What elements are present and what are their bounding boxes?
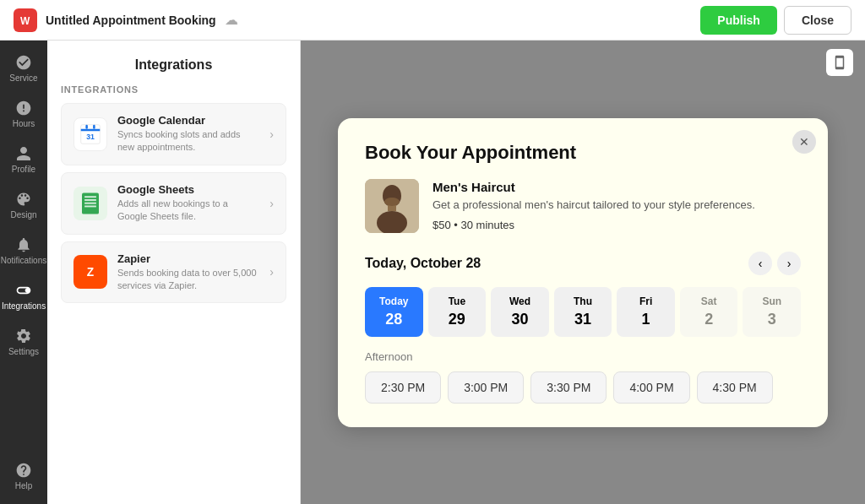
booking-close-button[interactable]: ✕ <box>792 130 816 154</box>
zapier-arrow-icon: › <box>269 265 274 279</box>
sidebar-panel: Integrations INTEGRATIONS 31 Google Cale… <box>47 41 301 504</box>
nav-label-integrations: Integrations <box>2 301 46 311</box>
time-slot-2[interactable]: 3:30 PM <box>530 371 607 404</box>
day-name-fri: Fri <box>639 295 652 307</box>
main-layout: Service Hours Profile Design Notificatio… <box>0 0 865 504</box>
sidebar-item-integrations[interactable]: Integrations <box>3 275 44 317</box>
calendar-nav: ‹ › <box>748 252 801 275</box>
day-cell-tue[interactable]: Tue 29 <box>428 287 487 337</box>
day-num-tue: 29 <box>449 311 465 328</box>
nav-label-profile: Profile <box>12 165 35 174</box>
day-num-thu: 31 <box>574 311 591 328</box>
google-sheets-name: Google Sheets <box>117 183 259 196</box>
svg-rect-3 <box>81 129 101 132</box>
integration-card-zapier[interactable]: Z Zapier Sends booking data to over 5,00… <box>61 241 286 304</box>
svg-text:W: W <box>20 15 30 27</box>
calendar-prev-button[interactable]: ‹ <box>748 252 772 275</box>
topbar-left: W Untitled Appointment Booking ☁ <box>14 8 238 32</box>
google-sheets-info: Google Sheets Adds all new bookings to a… <box>117 183 259 224</box>
calendar-date-label: Today, October 28 <box>365 256 481 271</box>
booking-title: Book Your Appointment <box>365 142 801 164</box>
zapier-name: Zapier <box>117 252 259 265</box>
day-name-wed: Wed <box>509 295 530 307</box>
main-preview: ✕ Book Your Appointment <box>301 41 865 504</box>
nav-label-settings: Settings <box>8 347 39 356</box>
day-cell-wed[interactable]: Wed 30 <box>491 287 549 337</box>
left-nav: Service Hours Profile Design Notificatio… <box>0 41 47 504</box>
calendar-next-button[interactable]: › <box>777 252 801 275</box>
app-logo: W <box>14 8 37 32</box>
time-slot-0[interactable]: 2:30 PM <box>365 371 441 404</box>
time-slot-3[interactable]: 4:00 PM <box>613 371 689 404</box>
nav-label-service: Service <box>9 73 37 83</box>
google-sheets-desc: Adds all new bookings to a Google Sheets… <box>117 198 259 224</box>
google-calendar-desc: Syncs booking slots and adds new appoint… <box>117 128 259 154</box>
sidebar-title: Integrations <box>61 57 286 73</box>
zapier-desc: Sends booking data to over 5,000 service… <box>117 267 259 293</box>
day-num-sat: 2 <box>705 311 713 328</box>
integration-card-google-calendar[interactable]: 31 Google Calendar Syncs booking slots a… <box>61 103 286 165</box>
nav-label-help: Help <box>15 481 33 490</box>
day-num-wed: 30 <box>511 311 528 328</box>
topbar: W Untitled Appointment Booking ☁ Publish… <box>0 0 865 41</box>
day-num-fri: 1 <box>642 311 650 328</box>
topbar-actions: Publish Close <box>700 6 851 35</box>
sidebar-item-settings[interactable]: Settings <box>3 321 44 363</box>
zapier-info: Zapier Sends booking data to over 5,000 … <box>117 252 259 293</box>
day-name-tue: Tue <box>449 295 465 307</box>
service-name: Men's Haircut <box>432 180 755 194</box>
sidebar-section-label: INTEGRATIONS <box>61 84 286 95</box>
sidebar-item-hours[interactable]: Hours <box>3 93 44 135</box>
service-row: Men's Haircut Get a professional men's h… <box>365 179 801 233</box>
day-name-today: Today <box>379 295 408 307</box>
svg-rect-5 <box>85 125 88 129</box>
sidebar-item-design[interactable]: Design <box>3 184 44 226</box>
service-description: Get a professional men's haircut tailore… <box>432 198 755 213</box>
sidebar-item-help[interactable]: Help <box>3 455 44 497</box>
time-slots: 2:30 PM 3:00 PM 3:30 PM 4:00 PM 4:30 PM <box>365 371 801 404</box>
publish-button[interactable]: Publish <box>700 6 777 35</box>
google-calendar-name: Google Calendar <box>117 114 259 127</box>
svg-text:31: 31 <box>86 133 95 141</box>
days-row: Today 28 Tue 29 Wed 30 Thu 31 Fri 1 <box>365 287 801 337</box>
svg-text:Z: Z <box>87 266 94 279</box>
svg-point-18 <box>384 198 400 206</box>
svg-rect-8 <box>84 199 96 201</box>
service-separator: • <box>454 219 460 231</box>
service-info: Men's Haircut Get a professional men's h… <box>432 180 755 230</box>
sidebar-item-notifications[interactable]: Notifications <box>3 230 44 272</box>
day-num-today: 28 <box>385 311 402 328</box>
google-calendar-icon: 31 <box>73 117 107 151</box>
day-cell-sun: Sun 3 <box>743 287 801 337</box>
svg-rect-9 <box>84 202 96 203</box>
day-name-thu: Thu <box>574 295 592 307</box>
nav-label-hours: Hours <box>13 119 35 128</box>
sidebar-item-service[interactable]: Service <box>3 47 44 89</box>
service-avatar <box>365 179 419 233</box>
integration-card-google-sheets[interactable]: Google Sheets Adds all new bookings to a… <box>61 172 286 235</box>
mobile-preview-button[interactable] <box>826 49 853 76</box>
day-cell-sat: Sat 2 <box>680 287 738 337</box>
svg-rect-11 <box>84 196 96 198</box>
time-slot-1[interactable]: 3:00 PM <box>448 371 524 404</box>
day-name-sat: Sat <box>701 295 717 307</box>
time-section-label: Afternoon <box>365 350 801 363</box>
service-meta: $50 • 30 minutes <box>432 219 755 231</box>
time-slot-4[interactable]: 4:30 PM <box>697 371 773 404</box>
zapier-icon: Z <box>73 255 107 289</box>
calendar-header: Today, October 28 ‹ › <box>365 252 801 275</box>
service-duration: 30 minutes <box>461 219 515 231</box>
day-cell-today[interactable]: Today 28 <box>365 287 423 337</box>
nav-label-design: Design <box>10 210 36 219</box>
day-name-sun: Sun <box>762 295 781 307</box>
day-cell-fri[interactable]: Fri 1 <box>617 287 675 337</box>
google-sheets-icon <box>73 187 107 220</box>
day-num-sun: 3 <box>768 311 776 328</box>
sidebar-item-profile[interactable]: Profile <box>3 138 44 181</box>
cloud-icon: ☁ <box>225 12 238 28</box>
google-sheets-arrow-icon: › <box>269 197 274 210</box>
svg-rect-6 <box>93 125 95 129</box>
close-button[interactable]: Close <box>784 6 851 35</box>
service-price: $50 <box>432 219 451 231</box>
day-cell-thu[interactable]: Thu 31 <box>554 287 612 337</box>
